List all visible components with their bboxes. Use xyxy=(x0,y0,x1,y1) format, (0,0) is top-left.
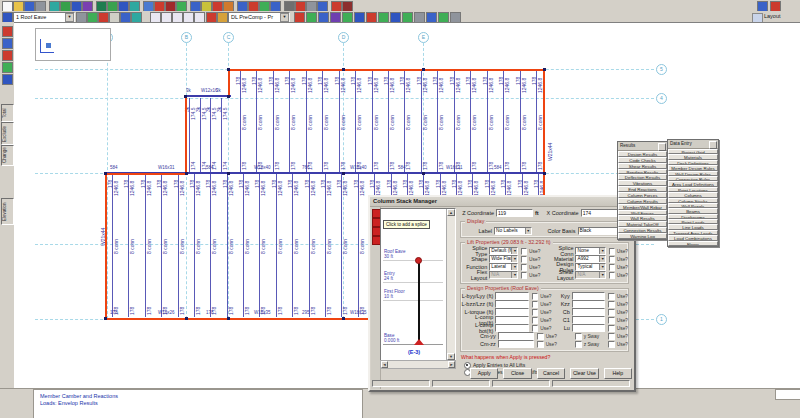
design-left-field[interactable] xyxy=(498,332,534,340)
chevron-down-icon[interactable]: ▼ xyxy=(511,264,517,270)
results-panel-title[interactable]: Results xyxy=(618,142,667,151)
use-label: Use? xyxy=(529,265,540,270)
beam-label: W18x40 xyxy=(254,166,271,171)
design-right-field[interactable] xyxy=(572,308,606,316)
design-left-field[interactable] xyxy=(498,340,534,348)
lift-right-dropdown[interactable]: None▼ xyxy=(575,247,606,255)
scroll-down-icon[interactable]: ▼ xyxy=(447,353,455,360)
column-point[interactable] xyxy=(543,172,546,175)
cancel-button[interactable]: Cancel xyxy=(537,368,565,379)
use-checkbox[interactable] xyxy=(608,325,614,332)
column-point[interactable] xyxy=(422,68,425,71)
column-point[interactable] xyxy=(227,68,230,71)
column-stack-elevation-panel[interactable]: Roof Eave30 ftEntry24 ftFirst Floor10 ft… xyxy=(380,208,456,361)
column-point[interactable] xyxy=(422,172,425,175)
design-right-field[interactable] xyxy=(572,292,606,300)
help-button[interactable]: Help xyxy=(604,368,632,379)
use-checkbox[interactable] xyxy=(609,256,615,263)
x-coordinate-field[interactable]: 174 xyxy=(581,209,618,217)
results-button-warning-log[interactable]: Warning Log xyxy=(618,233,667,239)
use-checkbox[interactable] xyxy=(608,341,615,348)
dialog-title-bar[interactable]: Column Stack Manager xyxy=(370,197,634,207)
chevron-down-icon[interactable]: ▼ xyxy=(599,248,605,254)
member-label: 1246.8 xyxy=(147,181,152,196)
use-checkbox[interactable] xyxy=(532,301,538,308)
apply-button[interactable]: Apply xyxy=(470,368,498,379)
use-checkbox[interactable] xyxy=(532,309,538,316)
scroll-left-icon[interactable]: ◄ xyxy=(381,361,388,368)
scroll-right-icon[interactable]: ► xyxy=(448,361,455,368)
use-checkbox[interactable] xyxy=(609,272,615,279)
chevron-down-icon[interactable]: ▼ xyxy=(511,248,517,254)
z-coordinate-field[interactable]: 119 xyxy=(496,209,533,217)
column-point[interactable] xyxy=(227,95,230,98)
chevron-down-icon[interactable]: ▼ xyxy=(511,256,517,262)
stack-panel-horizontal-scrollbar[interactable]: ◄ ► xyxy=(380,360,456,369)
splice-marker-icon[interactable] xyxy=(415,257,422,264)
sway-checkbox[interactable] xyxy=(575,333,582,340)
lift-right-dropdown[interactable]: A992▼ xyxy=(575,255,606,263)
use-checkbox[interactable] xyxy=(537,341,544,348)
design-left-field[interactable] xyxy=(495,316,529,324)
scroll-up-icon[interactable]: ▲ xyxy=(447,209,455,216)
use-checkbox[interactable] xyxy=(609,264,615,271)
use-checkbox[interactable] xyxy=(521,272,527,279)
design-right-field[interactable] xyxy=(572,300,606,308)
stack-panel-vertical-scrollbar[interactable]: ▲ ▼ xyxy=(446,209,455,360)
column-point[interactable] xyxy=(185,317,188,320)
lift-left-dropdown[interactable]: Lateral▼ xyxy=(489,263,518,271)
column-point[interactable] xyxy=(227,317,230,320)
use-checkbox[interactable] xyxy=(608,301,614,308)
use-checkbox[interactable] xyxy=(537,333,544,340)
use-checkbox[interactable] xyxy=(608,309,614,316)
close-icon[interactable] xyxy=(709,141,717,149)
design-left-field[interactable] xyxy=(495,300,529,308)
column-point[interactable] xyxy=(185,172,188,175)
label-dropdown[interactable]: No Labels▼ xyxy=(494,227,532,235)
close-icon[interactable] xyxy=(658,143,666,151)
column-point[interactable] xyxy=(227,172,230,175)
use-checkbox[interactable] xyxy=(608,333,615,340)
chevron-down-icon[interactable]: ▼ xyxy=(599,256,605,262)
use-checkbox[interactable] xyxy=(532,325,538,332)
chevron-down-icon[interactable]: ▼ xyxy=(525,228,531,234)
lift-left-dropdown[interactable]: Default (Mo▼ xyxy=(489,247,518,255)
data-entry-button-floors[interactable]: Floors xyxy=(668,241,718,246)
member-label: 1246.8 xyxy=(505,78,510,93)
column-point[interactable] xyxy=(543,68,546,71)
design-left-field[interactable] xyxy=(495,308,529,316)
member-label: 1246.8 xyxy=(522,78,527,93)
design-right-field[interactable] xyxy=(572,324,606,332)
design-left-field[interactable] xyxy=(495,292,529,300)
slab-edge xyxy=(105,173,107,320)
column-point[interactable] xyxy=(104,172,107,175)
chevron-down-icon[interactable]: ▼ xyxy=(599,264,605,270)
clear-use-button[interactable]: Clear Use xyxy=(570,368,598,379)
close-button[interactable]: Close xyxy=(503,368,531,379)
use-checkbox[interactable] xyxy=(521,264,527,271)
beam-member[interactable] xyxy=(185,95,231,97)
data-entry-panel-title[interactable]: Data Entry xyxy=(668,140,718,149)
column-point[interactable] xyxy=(342,68,345,71)
dropdown-value: A992 xyxy=(577,256,588,261)
use-checkbox[interactable] xyxy=(532,293,538,300)
use-label: Use? xyxy=(617,294,628,299)
use-checkbox[interactable] xyxy=(609,248,615,255)
column-point[interactable] xyxy=(342,172,345,175)
use-checkbox[interactable] xyxy=(521,256,527,263)
column-lift-line[interactable] xyxy=(418,260,420,344)
column-point[interactable] xyxy=(104,317,107,320)
use-checkbox[interactable] xyxy=(608,293,614,300)
use-checkbox[interactable] xyxy=(521,248,527,255)
column-point[interactable] xyxy=(342,317,345,320)
beam-label: 584 xyxy=(494,166,502,171)
use-checkbox[interactable] xyxy=(532,317,538,324)
use-checkbox[interactable] xyxy=(608,317,614,324)
lift-left-dropdown[interactable]: Wide Flan▼ xyxy=(489,255,518,263)
column-point[interactable] xyxy=(184,95,187,98)
design-right-field[interactable] xyxy=(572,316,606,324)
design-left-field[interactable] xyxy=(495,324,529,332)
sway-checkbox[interactable] xyxy=(575,341,582,348)
lift-right-dropdown[interactable]: Typical▼ xyxy=(575,263,606,271)
member-label: 8 conn xyxy=(291,114,296,129)
